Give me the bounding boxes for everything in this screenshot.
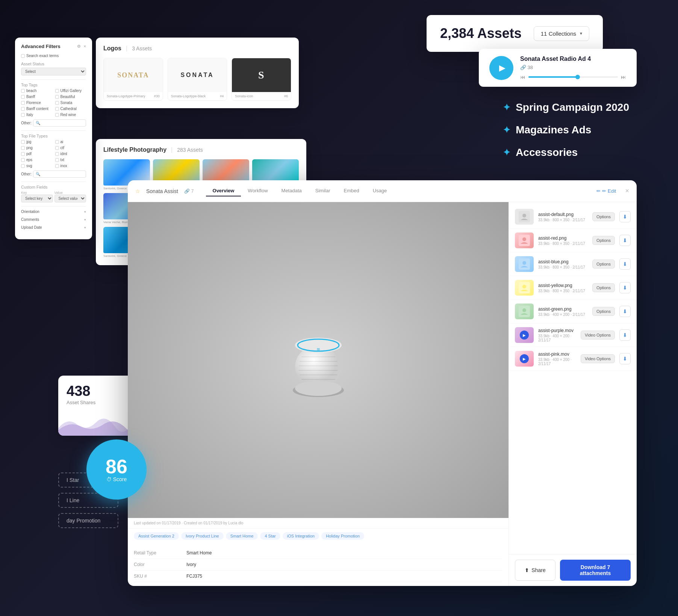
collections-dropdown[interactable]: 11 Collections ▾ bbox=[534, 26, 589, 41]
detail-header: ☆ Sonata Assist 🔗 7 Overview Workflow Me… bbox=[128, 180, 637, 202]
attachment-thumb-default bbox=[515, 209, 534, 225]
tab-overview[interactable]: Overview bbox=[206, 186, 241, 196]
attachment-pink: ▶ assist-pink.mov 33.9kb · 400 × 200 · 2… bbox=[509, 347, 637, 371]
type-png-checkbox[interactable] bbox=[21, 146, 25, 150]
audio-play-button[interactable] bbox=[489, 56, 513, 80]
attachment-options-default[interactable]: Options bbox=[592, 212, 615, 221]
type-ctf-checkbox[interactable] bbox=[55, 146, 59, 150]
attachment-download-blue[interactable]: ⬇ bbox=[619, 258, 631, 270]
attachments-list: assist-default.png 33.9kb · 800 × 350 · … bbox=[509, 202, 637, 554]
attachment-download-purple[interactable]: ⬇ bbox=[619, 329, 631, 341]
orientation-chevron[interactable]: ▾ bbox=[84, 210, 86, 214]
tag-item-promotion[interactable]: day Promotion bbox=[58, 513, 118, 528]
tag-cathedral-checkbox[interactable] bbox=[55, 107, 59, 111]
attachment-download-default[interactable]: ⬇ bbox=[619, 211, 631, 222]
lifestyle-panel-header: Lifestyle Photography | 283 Assets bbox=[103, 146, 299, 153]
audio-info: Sonata Asset Radio Ad 4 🔗 38 ⏮ ⏭ bbox=[520, 56, 626, 80]
tag-italy-checkbox[interactable] bbox=[21, 113, 25, 117]
share-button[interactable]: ⬆ ⬆ Share Share bbox=[515, 560, 555, 581]
attachment-options-yellow[interactable]: Options bbox=[592, 283, 615, 292]
audio-progress-bar[interactable] bbox=[528, 76, 618, 78]
logo-meta-black: Sonata-Logotype-black #4 bbox=[168, 92, 227, 100]
svg-rect-7 bbox=[299, 365, 338, 366]
attachment-download-yellow[interactable]: ⬇ bbox=[619, 282, 631, 293]
logo-count-primary: #30 bbox=[154, 94, 160, 98]
tab-similar[interactable]: Similar bbox=[309, 186, 337, 196]
tag-redwine: Red wine bbox=[61, 113, 76, 117]
detail-tabs: Overview Workflow Metadata Similar Embed… bbox=[206, 186, 591, 196]
pin-icon-accessories: ✦ bbox=[503, 147, 510, 158]
logo-meta-primary: Sonata-Logotype-Primary #30 bbox=[104, 92, 163, 100]
tag-uffizi-checkbox[interactable] bbox=[55, 89, 59, 93]
tag-sonata-checkbox[interactable] bbox=[55, 101, 59, 105]
attachment-meta-purple: 33.9kb · 400 × 200 · 2/11/17 bbox=[538, 334, 576, 342]
close-button[interactable]: × bbox=[625, 187, 629, 195]
type-eps-checkbox[interactable] bbox=[21, 158, 25, 162]
attachment-options-blue[interactable]: Options bbox=[592, 260, 615, 269]
select-value-dropdown[interactable]: Select value bbox=[54, 195, 86, 202]
attachment-download-pink[interactable]: ⬇ bbox=[619, 353, 631, 364]
type-txt-checkbox[interactable] bbox=[55, 158, 59, 162]
other-search-input[interactable]: 🔍 bbox=[33, 119, 86, 127]
tag-florence-checkbox[interactable] bbox=[21, 101, 25, 105]
lifestyle-count: 283 Assets bbox=[177, 147, 203, 153]
asset-status-select[interactable]: Select bbox=[21, 68, 86, 75]
logo-item-primary[interactable]: SONATA Sonata-Logotype-Primary #30 bbox=[103, 58, 163, 101]
asset-tag-ios[interactable]: iOS Integration bbox=[283, 532, 319, 540]
asset-tag-smarthome[interactable]: Smart Home bbox=[226, 532, 258, 540]
tag-beautiful-checkbox[interactable] bbox=[55, 95, 59, 99]
search-exact-checkbox[interactable] bbox=[21, 54, 25, 58]
attachment-download-green[interactable]: ⬇ bbox=[619, 306, 631, 317]
edit-label: ✏ Edit bbox=[602, 188, 616, 194]
attachment-options-green[interactable]: Options bbox=[592, 307, 615, 316]
type-ai-checkbox[interactable] bbox=[55, 140, 59, 144]
asset-tag-4star[interactable]: 4 Star bbox=[260, 532, 280, 540]
edit-button[interactable]: ✏ ✏ Edit bbox=[596, 188, 616, 194]
attachment-options-purple[interactable]: Video Options bbox=[581, 331, 615, 340]
tab-embed[interactable]: Embed bbox=[337, 186, 366, 196]
tab-workflow[interactable]: Workflow bbox=[241, 186, 274, 196]
close-icon[interactable]: × bbox=[84, 44, 86, 49]
comments-chevron[interactable]: ▾ bbox=[84, 218, 86, 222]
logo-count-black: #4 bbox=[220, 94, 224, 98]
asset-tag-gen2[interactable]: Assist Generation 2 bbox=[134, 532, 179, 540]
asset-tag-holiday[interactable]: Holiday Promotion bbox=[321, 532, 364, 540]
upload-date-chevron[interactable]: ▾ bbox=[84, 226, 86, 229]
tag-beach-checkbox[interactable] bbox=[21, 89, 25, 93]
filters-header: Advanced Filters ⚙ × bbox=[21, 44, 86, 49]
tag-banff-content-checkbox[interactable] bbox=[21, 107, 25, 111]
download-all-button[interactable]: Download 7 attachments bbox=[560, 560, 631, 581]
logos-title: Logos bbox=[103, 45, 121, 52]
select-key-dropdown[interactable]: Select key bbox=[21, 195, 53, 202]
attachment-meta-red: 33.9kb · 800 × 350 · 2/11/17 bbox=[538, 242, 588, 246]
logo-name-icon: Sonata-icon bbox=[235, 94, 253, 98]
assets-count: 2,384 Assets bbox=[440, 26, 522, 41]
settings-icon[interactable]: ⚙ bbox=[77, 44, 81, 49]
filter-comments: Comments ▾ bbox=[21, 217, 86, 222]
video-play-icon-pink: ▶ bbox=[520, 354, 529, 363]
type-pdf-checkbox[interactable] bbox=[21, 152, 25, 156]
tab-metadata[interactable]: Metadata bbox=[275, 186, 309, 196]
type-idml-checkbox[interactable] bbox=[55, 152, 59, 156]
logo-item-icon[interactable]: S Sonata-icon #6 bbox=[232, 58, 291, 101]
asset-tag-ivory[interactable]: Ivory Product Line bbox=[181, 532, 224, 540]
edit-icon: ✏ bbox=[596, 188, 601, 194]
svg-point-21 bbox=[522, 308, 526, 312]
logos-panel-header: Logos | 3 Assets bbox=[103, 45, 291, 52]
audio-prev-button[interactable]: ⏮ bbox=[520, 74, 525, 80]
type-jpg-checkbox[interactable] bbox=[21, 140, 25, 144]
video-play-icon-purple: ▶ bbox=[520, 331, 529, 340]
attachment-options-red[interactable]: Options bbox=[592, 236, 615, 245]
type-svg-checkbox[interactable] bbox=[21, 164, 25, 168]
filter-orientation: Orientation ▾ bbox=[21, 210, 86, 214]
type-inox-checkbox[interactable] bbox=[55, 164, 59, 168]
audio-next-button[interactable]: ⏭ bbox=[621, 74, 626, 80]
tag-redwine-checkbox[interactable] bbox=[55, 113, 59, 117]
attachment-options-pink[interactable]: Video Options bbox=[581, 354, 615, 363]
tab-usage[interactable]: Usage bbox=[366, 186, 394, 196]
logo-item-black[interactable]: SONATA Sonata-Logotype-black #4 bbox=[168, 58, 227, 101]
attachment-download-red[interactable]: ⬇ bbox=[619, 235, 631, 246]
tag-banff-checkbox[interactable] bbox=[21, 95, 25, 99]
score-circle: 86 ⏱ Score bbox=[86, 439, 147, 500]
other-filetype-search-input[interactable]: 🔍 bbox=[33, 171, 86, 178]
